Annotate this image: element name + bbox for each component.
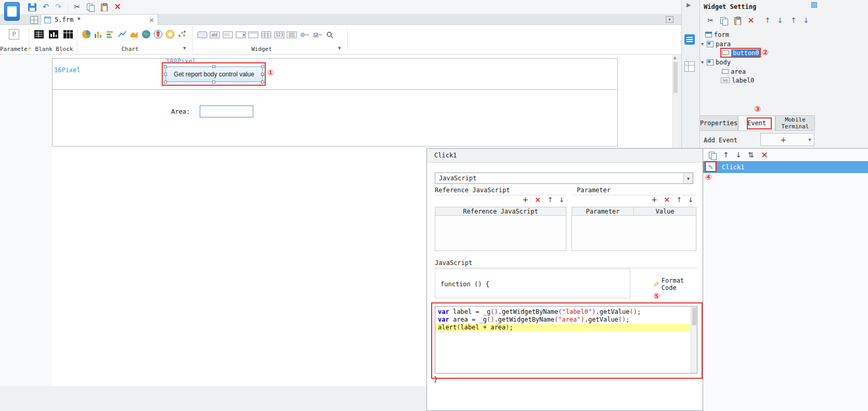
checkbox-widget-icon[interactable] [312,30,323,40]
body-block-icon[interactable] [62,29,74,39]
selection-handle[interactable] [261,65,264,68]
app-logo[interactable] [4,2,20,21]
tab-event[interactable]: Event [738,115,775,131]
code-editor[interactable]: var label = _g().getWidgetByName("label0… [435,306,697,374]
collapse-panel-icon[interactable]: ▶ [686,2,691,8]
parameter-add-icon[interactable]: + [650,195,659,204]
pie-chart-icon[interactable] [81,29,92,39]
add-event-dropdown-icon[interactable]: ▾ [806,137,814,142]
add-event-button[interactable]: + ▾ [760,133,814,146]
tree-item-label0[interactable]: lab label0 [721,76,754,85]
dialog-titlebar[interactable]: Click1 [427,149,703,163]
tab-properties[interactable]: Properties [699,115,738,131]
component-library-panel-icon[interactable] [684,61,695,72]
textfield-widget-icon[interactable]: ab [210,30,221,40]
expander-icon[interactable]: ▾ [701,41,704,47]
combobox-widget-icon[interactable] [235,30,247,40]
textarea-widget-icon[interactable] [222,30,234,40]
redo-icon[interactable]: ↷ [53,2,63,12]
selection-handle[interactable] [164,73,167,76]
edit-event-icon[interactable]: ✎ [706,162,716,172]
code-scrollbar[interactable] [691,307,697,373]
selection-handle[interactable] [261,73,264,76]
area-chart-icon[interactable] [128,29,140,39]
event-sort-icon[interactable]: ⇅ [746,150,756,160]
scrollbar-thumb[interactable] [673,62,678,93]
event-list-item-click1[interactable]: ✎ Click1 [703,161,868,173]
close-tab-icon[interactable]: × [149,16,154,24]
select-dropdown-icon[interactable]: ▾ [683,173,693,183]
expander-icon[interactable]: ▾ [701,59,704,65]
move-bottom-icon[interactable]: ↓ [801,15,811,25]
delete-icon[interactable]: × [112,1,123,11]
gauge-chart-icon[interactable] [164,29,176,39]
report-block-icon[interactable] [33,29,45,39]
reference-down-icon[interactable]: ↓ [557,195,566,204]
tab-mobile-terminal[interactable]: Mobile Terminal [775,115,815,131]
report-button-widget[interactable]: Get report body control value [165,67,263,82]
move-top-icon[interactable]: ↑ [788,15,799,25]
undo-icon[interactable]: ↶ [41,2,51,12]
selection-handle[interactable] [164,65,167,68]
number-widget-icon[interactable]: 123 [274,30,285,40]
code-scrollbar-thumb[interactable] [692,308,696,325]
tree-item-para[interactable]: ▾ para [701,39,731,48]
line-chart-icon[interactable] [116,29,128,39]
reference-js-group-label: Reference JavaScript [435,187,510,194]
map-chart-icon[interactable] [140,29,152,39]
bar-chart-icon[interactable] [105,29,116,39]
format-code-button[interactable]: ✎ Format Code [653,280,703,289]
parameter-down-icon[interactable]: ↓ [686,195,695,204]
tree-cut-icon[interactable]: ✂ [705,15,716,25]
reference-up-icon[interactable]: ↑ [546,195,555,204]
move-up-icon[interactable]: ↑ [762,15,773,25]
save-icon[interactable] [27,3,37,12]
tree-item-button0[interactable]: button0 [722,48,761,57]
tree-item-body[interactable]: ▾ body [701,58,731,67]
reference-table-body[interactable] [435,216,566,251]
table-widget-icon[interactable] [261,30,272,40]
radio-widget-icon[interactable] [299,30,310,40]
scrollbar-up-icon[interactable]: ▲ [673,56,676,60]
tree-item-form[interactable]: form [705,30,729,39]
parameter-up-icon[interactable]: ↑ [675,195,684,204]
parameter-table-body[interactable] [572,216,696,251]
widget-settings-panel-icon[interactable] [684,34,695,45]
widget-group-chevron-icon[interactable]: ▾ [338,45,341,51]
sheet-grid-icon[interactable] [29,15,38,24]
query-widget-icon[interactable] [325,30,336,40]
cut-icon[interactable]: ✂ [72,2,82,12]
parameter-pane-icon[interactable]: P [9,29,19,39]
paste-icon[interactable] [99,3,109,12]
parameter-delete-icon[interactable]: × [662,195,671,204]
tree-paste-icon[interactable] [732,16,743,25]
selection-handle[interactable] [212,65,215,68]
tree-item-area[interactable]: area [722,67,746,76]
reference-add-icon[interactable]: + [521,195,530,204]
chart-block-icon[interactable] [48,29,59,39]
event-delete-icon[interactable]: × [759,150,770,160]
selection-handle[interactable] [212,81,215,84]
tree-delete-icon[interactable]: × [746,15,756,25]
iframe-widget-icon[interactable] [248,30,260,40]
chart-group-chevron-icon[interactable]: ▾ [183,45,186,51]
tree-copy-icon[interactable] [719,16,729,25]
scatter-chart-icon[interactable] [176,29,188,39]
selection-handle[interactable] [164,81,167,84]
button-widget-icon[interactable] [197,30,208,40]
event-type-select[interactable]: JavaScript ▾ [435,173,693,184]
area-input[interactable] [200,105,253,117]
gis-chart-icon[interactable] [152,29,164,39]
event-copy-icon[interactable] [707,151,718,160]
copy-icon[interactable] [85,3,96,12]
tab-list-icon[interactable]: ▾ [666,16,673,23]
reference-delete-icon[interactable]: × [533,195,542,204]
list-widget-icon[interactable] [286,30,297,40]
tab-5frm[interactable]: 5.frm * × [41,14,158,25]
column-chart-icon[interactable] [93,29,104,39]
event-up-icon[interactable]: ↑ [721,150,731,160]
panel-corner-icon[interactable] [811,2,817,8]
selection-handle[interactable] [261,81,264,84]
move-down-icon[interactable]: ↓ [775,15,785,25]
event-down-icon[interactable]: ↓ [733,150,744,160]
